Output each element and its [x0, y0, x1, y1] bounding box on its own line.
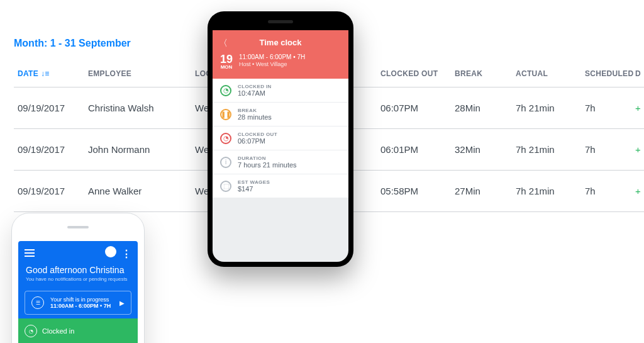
cell-out: 05:58PM [377, 171, 451, 212]
cell-date: 09/19/2017 [14, 129, 84, 171]
shift-card[interactable]: ☰ Your shift is in progress 11:00AM - 6:… [25, 291, 131, 315]
status-icon: ◔ [220, 85, 231, 96]
cell-actual: 7h 21min [512, 171, 581, 212]
clocked-in-status: ◔ Clocked in [25, 325, 131, 337]
timeclock-row: ◔CLOCKED OUT06:07PM [213, 127, 348, 150]
cell-date: 09/19/2017 [14, 87, 84, 129]
back-icon[interactable]: 〈 [219, 38, 228, 49]
timeclock-row: ❚❚BREAK28 minutes [213, 103, 348, 127]
greeting: Good afternoon Christina [26, 265, 130, 275]
cell-scheduled: 7h [581, 171, 631, 212]
shift-time: 11:00AM - 6:00PM • 7H [50, 303, 111, 309]
shift-status: Your shift is in progress [50, 296, 111, 303]
col-actual[interactable]: ACTUAL [512, 63, 581, 87]
row-value: 06:07PM [238, 137, 277, 145]
cell-break: 28Min [451, 87, 512, 129]
cell-diff: + [631, 171, 644, 212]
android-phone: 〈 Time clock 19 MON 11:00AM - 6:00PM • 7… [208, 11, 353, 267]
col-employee[interactable]: EMPLOYEE [84, 63, 191, 87]
avatar[interactable] [105, 246, 116, 257]
date-badge: 19 MON [220, 53, 233, 70]
row-value: 7 hours 21 minutes [238, 161, 297, 169]
greeting-sub: You have no notifications or pending req… [26, 276, 130, 282]
row-value: 28 minutes [238, 113, 272, 121]
sort-icon: ↓≡ [41, 69, 50, 78]
cell-diff: + [631, 129, 644, 171]
row-label: DURATION [238, 155, 297, 161]
cell-actual: 7h 21min [512, 87, 581, 129]
col-out[interactable]: CLOCKED OUT [377, 63, 451, 87]
cell-diff: + [631, 87, 644, 129]
cell-out: 06:01PM [377, 129, 451, 171]
cell-actual: 7h 21min [512, 129, 581, 171]
col-break[interactable]: BREAK [451, 63, 512, 87]
shift-info: 11:00AM - 6:00PM • 7H Host • West Villag… [239, 53, 305, 70]
row-label: CLOCKED IN [238, 84, 272, 89]
row-value: $147 [238, 185, 270, 193]
cell-employee: John Normann [84, 129, 191, 171]
row-value: 10:47AM [238, 89, 272, 97]
more-icon[interactable]: ⋮ [121, 249, 131, 259]
status-icon: i [220, 157, 231, 168]
cell-break: 27Min [451, 171, 512, 212]
timeclock-row: ◔CLOCKED IN10:47AM [213, 79, 348, 103]
menu-icon[interactable] [25, 249, 35, 257]
cell-out: 06:07PM [377, 87, 451, 129]
row-label: CLOCKED OUT [238, 132, 277, 137]
cell-employee: Anne Walker [84, 171, 191, 212]
timeclock-row: iDURATION7 hours 21 minutes [213, 150, 348, 174]
status-icon: ⬚ [220, 181, 231, 192]
calendar-icon: ☰ [31, 296, 44, 309]
timeclock-row: ⬚EST WAGES$147 [213, 174, 348, 198]
row-label: EST WAGES [238, 179, 270, 185]
screen-title: Time clock [220, 38, 341, 47]
cell-scheduled: 7h [581, 129, 631, 171]
cell-employee: Christina Walsh [84, 87, 191, 129]
col-scheduled[interactable]: SCHEDULED [581, 63, 631, 87]
iphone: ⋮ Good afternoon Christina You have no n… [11, 213, 145, 343]
cell-date: 09/19/2017 [14, 171, 84, 212]
row-label: BREAK [238, 108, 272, 113]
col-date[interactable]: DATE↓≡ [14, 63, 84, 87]
chevron-right-icon: ▶ [119, 300, 125, 306]
cell-scheduled: 7h [581, 87, 631, 129]
status-icon: ◔ [220, 133, 231, 144]
clock-icon: ◔ [25, 325, 37, 337]
cell-break: 32Min [451, 129, 512, 171]
status-icon: ❚❚ [220, 109, 231, 120]
